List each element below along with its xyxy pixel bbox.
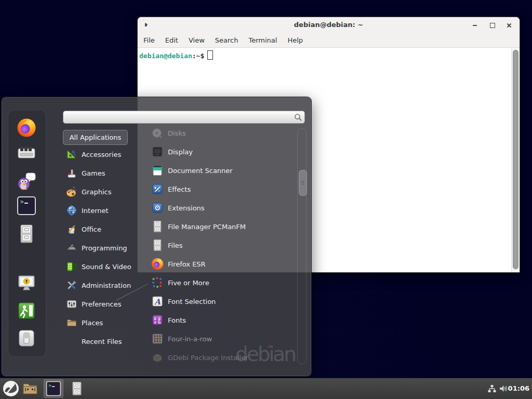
file-manager-icon bbox=[151, 220, 164, 233]
keyboard-icon[interactable] bbox=[17, 143, 36, 163]
search-icon bbox=[294, 113, 302, 122]
app-effects[interactable]: Effects bbox=[145, 180, 297, 198]
close-icon bbox=[507, 23, 512, 28]
svg-text:&: & bbox=[157, 320, 161, 325]
all-applications-button[interactable]: All Applications bbox=[63, 130, 128, 145]
category-sound-video[interactable]: Sound & Video bbox=[62, 257, 148, 276]
taskbar: 01:06 bbox=[0, 378, 532, 399]
menu-view[interactable]: View bbox=[189, 36, 205, 44]
app-fonts[interactable]: a a a & Fonts bbox=[145, 311, 297, 329]
svg-text:A: A bbox=[154, 297, 161, 307]
shell-prompt: debian@debian:~$ bbox=[139, 50, 213, 60]
menu-scrollbar-track[interactable] bbox=[297, 128, 307, 364]
category-places[interactable]: Places bbox=[62, 313, 148, 332]
desktop: > debian debian@debian: ~ File Edit View… bbox=[0, 0, 532, 399]
gdebi-icon bbox=[151, 351, 164, 364]
close-button[interactable] bbox=[505, 21, 513, 30]
svg-text:⚙: ⚙ bbox=[154, 204, 161, 212]
terminal-menubar: File Edit View Search Terminal Help bbox=[138, 33, 520, 48]
scrollbar-thumb[interactable] bbox=[513, 50, 518, 269]
graphics-icon bbox=[66, 186, 77, 197]
menu-help[interactable]: Help bbox=[287, 36, 303, 44]
firefox-icon bbox=[151, 258, 164, 270]
app-firefox-esr[interactable]: Firefox ESR bbox=[145, 255, 297, 273]
terminal-icon[interactable] bbox=[17, 196, 36, 216]
display-icon bbox=[151, 145, 164, 158]
menu-terminal[interactable]: Terminal bbox=[248, 36, 277, 44]
app-file-manager-pcmanfm[interactable]: File Manager PCManFM bbox=[145, 217, 297, 236]
app-four-in-a-row[interactable]: Four-in-a-row bbox=[145, 329, 297, 348]
file-manager-launcher[interactable] bbox=[70, 381, 84, 396]
category-programming[interactable]: Programming bbox=[62, 238, 148, 257]
category-games[interactable]: Games bbox=[62, 164, 148, 182]
extensions-icon: ⚙ bbox=[151, 202, 164, 214]
menu-edit[interactable]: Edit bbox=[165, 36, 178, 44]
menu-scrollbar-thumb[interactable] bbox=[299, 170, 307, 196]
app-display[interactable]: Display bbox=[145, 142, 297, 161]
category-accessories[interactable]: Accessories bbox=[62, 145, 148, 164]
app-document-scanner[interactable]: Document Scanner bbox=[145, 161, 297, 180]
prompt-path: :~$ bbox=[192, 52, 204, 60]
shut-down-icon[interactable] bbox=[17, 328, 36, 348]
sound-video-icon bbox=[66, 261, 77, 272]
app-five-or-more[interactable]: Five or More bbox=[145, 273, 297, 292]
administration-icon bbox=[66, 280, 77, 291]
app-extensions[interactable]: ⚙ Extensions bbox=[145, 198, 297, 217]
terminal-titlebar[interactable]: debian@debian: ~ bbox=[138, 17, 520, 33]
file-manager-icon[interactable] bbox=[17, 224, 36, 244]
svg-text:a: a bbox=[154, 320, 156, 325]
programming-icon bbox=[66, 242, 77, 254]
menu-file[interactable]: File bbox=[143, 36, 155, 44]
category-administration[interactable]: Administration bbox=[62, 276, 148, 295]
games-icon bbox=[66, 167, 77, 179]
category-recent-files[interactable]: Recent Files bbox=[62, 332, 148, 351]
terminal-launcher-icon[interactable] bbox=[46, 381, 61, 396]
lock-screen-icon[interactable] bbox=[17, 273, 36, 293]
terminal-cursor bbox=[207, 50, 213, 60]
application-menu: All Applications Accessories Games Graph… bbox=[1, 97, 312, 377]
app-gdebi-package-installer[interactable]: GDebi Package Installer bbox=[145, 348, 297, 367]
internet-icon bbox=[66, 205, 77, 216]
office-icon bbox=[66, 223, 77, 235]
five-or-more-icon bbox=[151, 276, 164, 289]
prompt-user: debian@debian bbox=[139, 52, 192, 60]
places-icon bbox=[66, 317, 77, 328]
minimize-icon bbox=[473, 25, 477, 26]
files-icon bbox=[151, 239, 164, 251]
app-disks[interactable]: Disks bbox=[145, 124, 297, 142]
document-scanner-icon bbox=[151, 164, 164, 177]
maximize-icon bbox=[490, 23, 495, 28]
font-selection-icon: A bbox=[151, 295, 164, 308]
taskbar-clock[interactable]: 01:06 bbox=[508, 384, 529, 392]
category-preferences[interactable]: Preferences bbox=[62, 295, 148, 313]
app-files[interactable]: Files bbox=[145, 236, 297, 255]
window-title: debian@debian: ~ bbox=[138, 21, 520, 29]
accessories-icon bbox=[66, 149, 77, 160]
menu-button[interactable] bbox=[3, 380, 19, 397]
search-input[interactable] bbox=[63, 111, 305, 124]
category-office[interactable]: Office bbox=[62, 220, 148, 238]
fonts-icon: a a a & bbox=[151, 314, 164, 326]
effects-icon bbox=[151, 183, 164, 195]
category-internet[interactable]: Internet bbox=[62, 201, 148, 220]
network-icon[interactable] bbox=[487, 384, 497, 393]
files-folder-launcher[interactable] bbox=[22, 380, 38, 397]
terminal-scrollbar[interactable] bbox=[511, 48, 519, 272]
category-graphics[interactable]: Graphics bbox=[62, 182, 148, 201]
minimize-button[interactable] bbox=[471, 21, 479, 30]
app-font-selection[interactable]: A Font Selection bbox=[145, 292, 297, 311]
pidgin-icon[interactable] bbox=[17, 171, 36, 191]
four-in-a-row-icon bbox=[151, 332, 164, 345]
disks-icon bbox=[151, 127, 164, 139]
volume-icon[interactable] bbox=[499, 384, 508, 393]
preferences-icon bbox=[66, 298, 77, 310]
firefox-icon[interactable] bbox=[17, 118, 36, 138]
maximize-button[interactable] bbox=[488, 21, 497, 30]
menu-search[interactable]: Search bbox=[215, 36, 238, 44]
log-out-icon[interactable] bbox=[17, 301, 36, 321]
